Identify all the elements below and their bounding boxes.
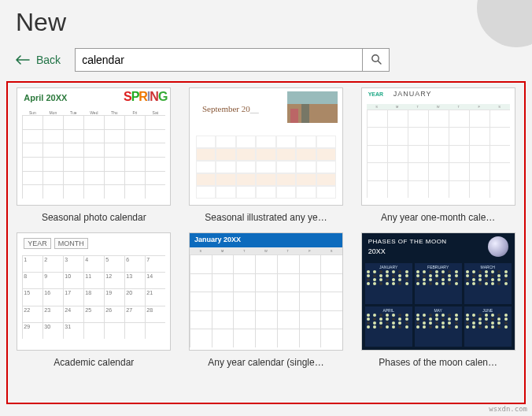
template-thumbnail: PHASES OF THE MOON 20XX JANUARY FEBRUARY… (361, 232, 515, 351)
thumb-calendar-grid: SMTWTFS (367, 104, 510, 200)
header: New (0, 0, 532, 43)
template-thumbnail: April 20XX SPRING SunMonTueWedThuFriSat (17, 87, 171, 206)
thumb-year-box: YEAR (24, 238, 51, 249)
template-gallery-frame: April 20XX SPRING SunMonTueWedThuFriSat … (6, 81, 526, 404)
thumb-month-label: MAY (416, 308, 460, 313)
thumb-month-label: MARCH (466, 265, 510, 269)
template-card-any-year-one-month[interactable]: YEAR JANUARY SMTWTFS Any year one-month … (358, 87, 518, 223)
template-thumbnail: YEAR JANUARY SMTWTFS (361, 87, 515, 206)
thumb-months-grid: JANUARY FEBRUARY MARCH APRIL MAY JUNE (365, 263, 512, 347)
template-card-moon-phases[interactable]: PHASES OF THE MOON 20XX JANUARY FEBRUARY… (358, 232, 518, 368)
thumb-illustration (287, 91, 338, 123)
search-box (75, 48, 390, 72)
template-card-any-year-single[interactable]: January 20XX SMTWTFS Any year calendar (… (187, 232, 346, 368)
thumb-calendar-grid: SMTWTFS (190, 247, 342, 350)
template-label: Seasonal photo calendar (42, 212, 146, 223)
thumb-art: SPRING (124, 90, 167, 104)
template-card-academic[interactable]: YEAR MONTH 1234567 891011121314 15161718… (14, 232, 174, 368)
template-label: Academic calendar (54, 357, 134, 368)
thumb-month-label: JANUARY (367, 265, 411, 269)
svg-line-1 (378, 61, 381, 64)
thumb-title: PHASES OF THE MOON (368, 238, 447, 245)
template-thumbnail: January 20XX SMTWTFS (189, 232, 343, 351)
template-label: Phases of the moon calen… (379, 357, 497, 368)
thumb-calendar-grid: SunMonTueWedThuFriSat (22, 110, 165, 200)
thumb-calendar-grid (196, 128, 336, 199)
template-label: Any year calendar (single… (208, 357, 323, 368)
template-gallery: April 20XX SPRING SunMonTueWedThuFriSat … (14, 87, 518, 368)
template-card-seasonal-illustrated[interactable]: September 20 Seasonal illustrated any ye… (187, 87, 346, 223)
watermark: wsxdn.com (489, 405, 527, 413)
thumb-month-label: APRIL (367, 308, 411, 313)
template-card-seasonal-photo[interactable]: April 20XX SPRING SunMonTueWedThuFriSat … (14, 87, 174, 223)
template-label: Seasonal illustrated any ye… (205, 212, 327, 223)
thumb-title: September 20 (202, 104, 259, 113)
thumb-year: YEAR (368, 91, 383, 97)
thumb-calendar-grid: 1234567 891011121314 15161718192021 2223… (22, 255, 165, 345)
thumb-month: JANUARY (393, 90, 432, 98)
back-label: Back (36, 54, 61, 66)
back-arrow-icon (16, 55, 30, 65)
template-thumbnail: September 20 (189, 87, 343, 206)
thumb-selectors: YEAR MONTH (24, 238, 88, 249)
thumb-year: 20XX (368, 247, 386, 255)
template-thumbnail: YEAR MONTH 1234567 891011121314 15161718… (17, 232, 171, 351)
thumb-month-box: MONTH (54, 238, 88, 249)
page-title: New (16, 8, 516, 37)
back-button[interactable]: Back (16, 54, 61, 66)
search-input[interactable] (76, 49, 362, 71)
thumb-month-label: JUNE (466, 308, 510, 313)
thumb-month-label: FEBRUARY (416, 265, 460, 269)
thumb-title: April 20XX (24, 93, 67, 102)
nav-search-row: Back (0, 43, 532, 81)
search-icon (371, 54, 382, 67)
moon-icon (488, 236, 508, 257)
template-label: Any year one-month cale… (381, 212, 495, 223)
thumb-title-bar: January 20XX (190, 233, 342, 247)
search-button[interactable] (362, 49, 389, 71)
